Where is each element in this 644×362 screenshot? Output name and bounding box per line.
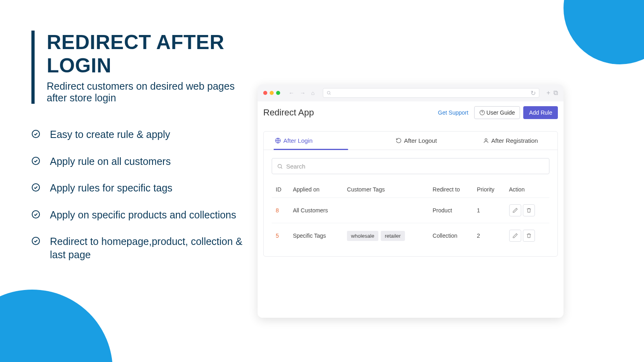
cell-applied-on: All Customers	[289, 198, 343, 223]
cell-priority: 1	[473, 198, 505, 223]
decorative-blob-bottom	[0, 290, 113, 362]
feature-item: Redirect to homepage,product, collection…	[31, 235, 257, 261]
traffic-lights	[263, 91, 280, 95]
refresh-icon[interactable]: ↻	[530, 89, 536, 97]
globe-icon	[275, 138, 281, 144]
browser-mockup: ← → ⌂ ↻ + ⧉ Redirect App Get Support Use…	[258, 84, 564, 318]
cell-redirect-to: Collection	[429, 223, 473, 249]
feature-text: Apply rules for specific tags	[50, 181, 172, 195]
col-applied-on: Applied on	[289, 181, 343, 198]
tag-chip: retailer	[381, 231, 405, 241]
search-icon	[277, 163, 283, 169]
get-support-link[interactable]: Get Support	[438, 109, 469, 116]
feature-item: Apply rule on all customers	[31, 155, 257, 168]
home-icon[interactable]: ⌂	[310, 90, 316, 96]
feature-item: Apply on specific products and collectio…	[31, 208, 257, 222]
edit-button[interactable]	[509, 230, 521, 242]
tab-after-login-label: After Login	[283, 137, 313, 144]
check-icon	[31, 183, 40, 193]
forward-icon[interactable]: →	[299, 90, 307, 96]
help-icon	[479, 110, 485, 115]
cell-priority: 2	[473, 223, 505, 249]
cell-action	[505, 223, 549, 249]
tabs-icon[interactable]: ⧉	[553, 89, 558, 97]
window-close-icon[interactable]	[263, 91, 267, 95]
tab-after-logout[interactable]: After Logout	[369, 132, 463, 150]
svg-point-5	[327, 91, 330, 94]
tab-after-registration-label: After Registration	[491, 137, 538, 144]
feature-text: Apply rule on all customers	[50, 155, 171, 168]
table-row: 5Specific TagswholesaleretailerCollectio…	[272, 223, 549, 249]
pencil-icon	[512, 208, 518, 213]
feature-text: Easy to create rule & apply	[50, 128, 170, 141]
svg-point-8	[485, 139, 487, 141]
back-icon[interactable]: ←	[287, 90, 295, 96]
search-input[interactable]	[286, 163, 544, 170]
table-row: 8All CustomersProduct1	[272, 198, 549, 223]
add-rule-button[interactable]: Add Rule	[523, 106, 558, 119]
page-title: REDIRECT AFTER LOGIN	[47, 31, 257, 77]
cell-tags: wholesaleretailer	[343, 223, 429, 249]
feature-text: Redirect to homepage,product, collection…	[50, 235, 257, 261]
user-icon	[483, 138, 489, 144]
cell-tags	[343, 198, 429, 223]
trash-icon	[526, 233, 532, 239]
user-guide-label: User Guide	[487, 109, 515, 116]
col-priority: Priority	[473, 181, 505, 198]
page-subtitle: Redirect customers on desired web pages …	[47, 80, 257, 104]
rules-table: ID Applied on Customer Tags Redirect to …	[272, 181, 549, 248]
pencil-icon	[512, 233, 518, 239]
tab-after-logout-label: After Logout	[404, 137, 437, 144]
check-icon	[31, 210, 40, 220]
col-id: ID	[272, 181, 289, 198]
delete-button[interactable]	[523, 230, 535, 242]
cell-redirect-to: Product	[429, 198, 473, 223]
url-bar[interactable]: ↻	[323, 88, 539, 98]
tag-chip: wholesale	[347, 231, 378, 241]
new-tab-icon[interactable]: +	[547, 89, 550, 97]
user-guide-button[interactable]: User Guide	[474, 106, 520, 119]
check-icon	[31, 156, 40, 167]
window-minimize-icon[interactable]	[270, 91, 274, 95]
app-title: Redirect App	[263, 107, 314, 118]
rules-card: After Login After Logout After Registrat…	[263, 131, 558, 257]
decorative-blob-top	[564, 0, 644, 64]
col-redirect-to: Redirect to	[429, 181, 473, 198]
browser-chrome-bar: ← → ⌂ ↻ + ⧉	[258, 84, 564, 101]
window-maximize-icon[interactable]	[276, 91, 280, 95]
feature-item: Easy to create rule & apply	[31, 128, 257, 141]
check-icon	[31, 237, 40, 247]
cell-action	[505, 198, 549, 223]
trash-icon	[526, 208, 532, 213]
feature-list: Easy to create rule & apply Apply rule o…	[31, 128, 257, 261]
search-icon	[326, 90, 331, 95]
svg-point-9	[278, 164, 282, 168]
edit-button[interactable]	[509, 204, 521, 216]
cell-id: 5	[272, 223, 289, 249]
cell-applied-on: Specific Tags	[289, 223, 343, 249]
tab-after-registration[interactable]: After Registration	[463, 132, 557, 150]
cell-id: 8	[272, 198, 289, 223]
col-action: Action	[505, 181, 549, 198]
check-icon	[31, 130, 40, 140]
undo-icon	[396, 138, 402, 144]
delete-button[interactable]	[523, 204, 535, 216]
tabs: After Login After Logout After Registrat…	[264, 132, 557, 150]
tab-after-login[interactable]: After Login	[264, 132, 369, 150]
col-customer-tags: Customer Tags	[343, 181, 429, 198]
feature-item: Apply rules for specific tags	[31, 181, 257, 195]
feature-text: Apply on specific products and collectio…	[50, 208, 236, 222]
search-box[interactable]	[272, 158, 549, 174]
